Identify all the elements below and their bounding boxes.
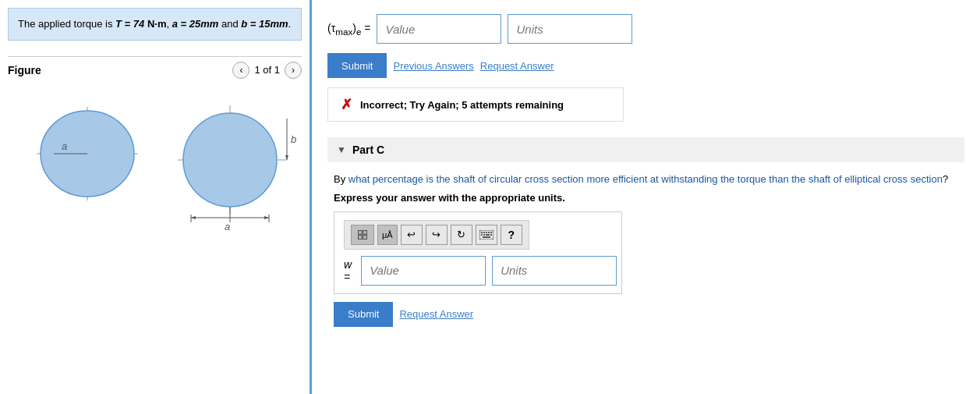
part-b-value-input[interactable]: [377, 14, 501, 44]
part-c-header: ▼ Part C: [327, 137, 964, 162]
error-icon: ✗: [341, 96, 352, 113]
svg-rect-30: [486, 234, 490, 236]
svg-rect-26: [488, 232, 490, 233]
figure-nav: ‹ 1 of 1 ›: [232, 62, 302, 79]
help-btn[interactable]: ?: [501, 225, 522, 245]
mu-btn[interactable]: μÅ: [377, 225, 398, 245]
svg-rect-28: [481, 234, 483, 236]
next-figure-btn[interactable]: ›: [285, 62, 302, 79]
keyboard-btn[interactable]: [476, 225, 497, 245]
svg-rect-29: [483, 234, 485, 236]
part-c-request-answer-btn[interactable]: Request Answer: [399, 308, 473, 320]
circle-svg: b a: [172, 99, 312, 232]
svg-rect-19: [363, 230, 367, 234]
figure-title: Figure: [8, 64, 41, 76]
svg-rect-21: [363, 235, 367, 239]
part-c-answer-row: w =: [344, 256, 612, 286]
w-label: w =: [344, 258, 352, 283]
previous-answers-btn[interactable]: Previous Answers: [393, 60, 473, 72]
svg-text:b: b: [291, 133, 296, 145]
figure-area: a: [8, 83, 302, 224]
svg-rect-24: [483, 232, 485, 233]
svg-point-11: [183, 113, 277, 207]
part-c-input-box: μÅ ↩ ↪ ↻: [334, 211, 622, 294]
part-c-units-input[interactable]: [492, 256, 617, 286]
error-box: ✗ Incorrect; Try Again; 5 attempts remai…: [327, 87, 624, 122]
part-b-label: (τmax)e =: [327, 22, 370, 37]
problem-statement: The applied torque is T = 74 N·m, a = 25…: [8, 8, 302, 41]
prev-figure-btn[interactable]: ‹: [232, 62, 249, 79]
redo-btn[interactable]: ↪: [426, 225, 448, 245]
part-c-instruction: Express your answer with the appropriate…: [334, 192, 958, 204]
highlighted-text: what percentage is the shaft of circular…: [348, 173, 943, 185]
math-toolbar: μÅ ↩ ↪ ↻: [344, 220, 529, 250]
svg-text:a: a: [225, 221, 230, 232]
part-b-answer-row: (τmax)e =: [327, 14, 964, 44]
grid-btn[interactable]: [351, 225, 374, 245]
b-value: b = 15mm: [241, 18, 288, 30]
right-panel: (τmax)e = Submit Previous Answers Reques…: [312, 0, 980, 394]
torque-value: T = 74: [115, 18, 144, 30]
circle-figure: b a: [172, 99, 281, 208]
part-b-submit-btn[interactable]: Submit: [327, 53, 387, 78]
svg-rect-32: [483, 236, 490, 238]
part-b-actions: Submit Previous Answers Request Answer: [327, 53, 964, 78]
part-b-units-input[interactable]: [508, 14, 632, 44]
part-c-value-input[interactable]: [361, 256, 486, 286]
figure-counter: 1 of 1: [254, 64, 280, 76]
collapse-icon[interactable]: ▼: [337, 144, 346, 155]
ellipse-figure: a: [29, 99, 146, 208]
left-panel: The applied torque is T = 74 N·m, a = 25…: [0, 0, 312, 394]
svg-rect-31: [490, 234, 492, 236]
reset-btn[interactable]: ↻: [451, 225, 472, 245]
part-c-actions: Submit Request Answer: [334, 302, 958, 327]
svg-rect-20: [359, 235, 363, 239]
error-message: Incorrect; Try Again; 5 attempts remaini…: [360, 99, 564, 111]
part-c-submit-btn[interactable]: Submit: [334, 302, 393, 327]
svg-rect-23: [481, 232, 483, 233]
svg-rect-18: [359, 230, 363, 234]
svg-rect-25: [486, 232, 487, 233]
ellipse-svg: a: [29, 99, 146, 208]
svg-rect-27: [490, 232, 492, 233]
request-answer-btn[interactable]: Request Answer: [480, 60, 554, 72]
a-value: a = 25mm: [172, 18, 219, 30]
figure-header: Figure ‹ 1 of 1 ›: [8, 56, 302, 83]
part-c-title: Part C: [352, 144, 384, 156]
svg-text:a: a: [62, 140, 67, 152]
undo-btn[interactable]: ↩: [401, 225, 423, 245]
part-c-description: By what percentage is the shaft of circu…: [334, 172, 958, 187]
part-c-content: By what percentage is the shaft of circu…: [327, 172, 964, 327]
